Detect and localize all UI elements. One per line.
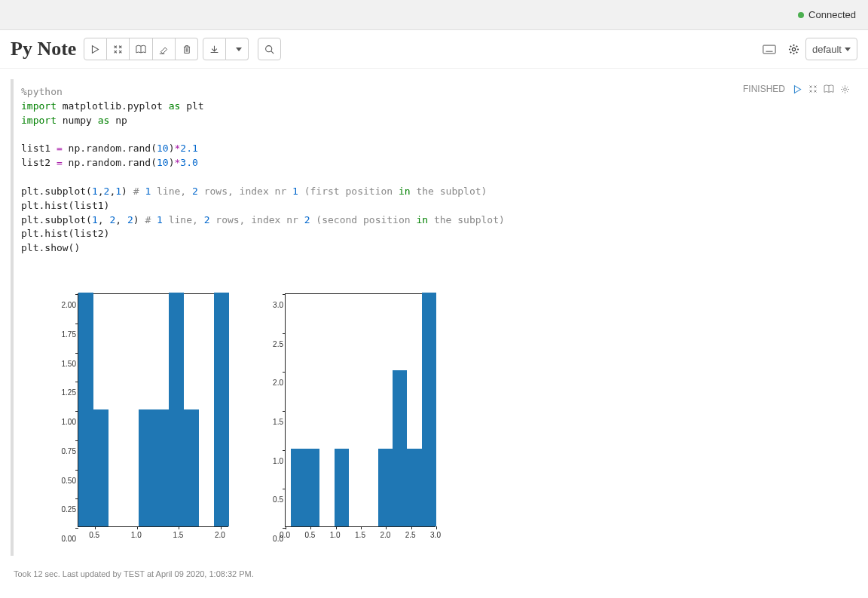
cell-footer: Took 12 sec. Last updated by TEST at Apr…: [14, 569, 854, 578]
bar: [93, 409, 108, 526]
histogram-left: 0.000.250.500.751.001.251.501.752.000.51…: [44, 286, 236, 550]
svg-line-4: [271, 51, 274, 53]
x-tick-label: 1.5: [173, 531, 183, 539]
toolbar-main-group: [84, 38, 198, 60]
histogram-right: 0.00.51.01.52.02.53.00.00.51.01.52.02.53…: [251, 286, 443, 550]
run-paragraph-button[interactable]: [793, 84, 802, 94]
gear-icon: [840, 84, 850, 94]
bar: [214, 293, 229, 526]
bar: [154, 409, 169, 526]
y-tick-label: 0.5: [253, 495, 283, 504]
x-tick-label: 2.0: [215, 531, 225, 539]
svg-line-17: [796, 51, 797, 52]
book-icon: [136, 44, 146, 54]
svg-rect-5: [763, 45, 775, 54]
paragraph-cell[interactable]: FINISHED: [11, 79, 857, 556]
x-tick-label: 0.5: [304, 531, 315, 539]
toolbar-export-group: [203, 38, 249, 60]
svg-line-30: [842, 90, 843, 91]
notebook-title[interactable]: Py Note: [11, 38, 76, 60]
cell-status-row: FINISHED: [743, 84, 850, 94]
x-tick-label: 1.0: [131, 531, 142, 539]
chart-output: 0.000.250.500.751.001.251.501.752.000.51…: [21, 286, 851, 550]
y-tick-label: 1.0: [253, 456, 283, 465]
delete-note-button[interactable]: [176, 38, 198, 60]
keyboard-icon: [763, 44, 776, 54]
y-tick-label: 1.25: [46, 388, 76, 397]
connection-status: Connected: [808, 9, 856, 20]
y-tick-label: 0.25: [46, 505, 76, 514]
y-tick-label: 1.00: [46, 418, 76, 426]
x-tick-label: 2.0: [380, 531, 390, 539]
book-icon: [824, 84, 834, 94]
bar: [305, 449, 319, 526]
collapse-icon: [113, 44, 123, 54]
interpreter-select[interactable]: default: [805, 38, 857, 60]
bar: [393, 370, 407, 526]
collapse-icon: [808, 84, 818, 94]
search-button[interactable]: [258, 38, 281, 60]
interpreter-select-label: default: [812, 44, 842, 55]
settings-button[interactable]: [782, 38, 805, 60]
export-dropdown-button[interactable]: [226, 38, 249, 60]
bar: [169, 293, 184, 526]
search-icon: [264, 44, 274, 54]
svg-line-27: [842, 86, 843, 87]
header: Py Note: [0, 30, 868, 69]
y-tick-label: 0.00: [46, 535, 76, 543]
svg-line-18: [796, 45, 797, 46]
svg-line-16: [790, 45, 791, 46]
cell-status: FINISHED: [743, 84, 785, 94]
trash-icon: [182, 44, 191, 54]
paragraph-settings-button[interactable]: [840, 84, 850, 94]
toggle-editor-button[interactable]: [808, 84, 818, 94]
eraser-icon: [159, 44, 169, 54]
toggle-output-button[interactable]: [824, 84, 834, 94]
y-tick-label: 0.50: [46, 476, 76, 484]
bar: [184, 409, 199, 526]
svg-marker-0: [93, 45, 99, 53]
bar: [139, 409, 154, 526]
x-tick-label: 0.0: [280, 531, 290, 539]
y-tick-label: 2.5: [253, 339, 283, 348]
keyboard-shortcuts-button[interactable]: [756, 38, 782, 60]
chevron-down-icon: [236, 48, 242, 51]
svg-point-3: [266, 45, 272, 51]
bar: [422, 293, 436, 526]
play-icon: [90, 44, 100, 54]
svg-line-29: [847, 86, 848, 87]
svg-line-28: [847, 90, 848, 91]
x-tick-label: 2.5: [405, 531, 416, 539]
x-tick-label: 1.0: [330, 531, 341, 539]
y-tick-label: 1.50: [46, 359, 76, 367]
x-tick-label: 3.0: [430, 531, 441, 539]
gear-icon: [788, 44, 799, 55]
y-tick-label: 3.0: [253, 301, 283, 309]
y-tick-label: 2.0: [253, 379, 283, 387]
play-icon: [793, 84, 802, 94]
topbar: Connected: [0, 0, 868, 30]
export-button[interactable]: [203, 38, 226, 60]
x-tick-label: 1.5: [355, 531, 365, 539]
y-tick-label: 2.00: [46, 301, 76, 309]
status-dot-icon: [798, 12, 804, 18]
y-tick-label: 0.75: [46, 446, 76, 455]
bar: [407, 449, 421, 526]
y-tick-label: 0.0: [253, 535, 283, 543]
chevron-down-icon: [845, 48, 851, 51]
bar: [378, 449, 393, 526]
show-hide-code-button[interactable]: [107, 38, 130, 60]
svg-line-19: [790, 51, 791, 52]
show-hide-output-button[interactable]: [130, 38, 153, 60]
x-tick-label: 0.5: [89, 531, 99, 539]
svg-point-22: [844, 87, 847, 90]
bar: [335, 449, 349, 526]
run-all-button[interactable]: [84, 38, 107, 60]
y-tick-label: 1.5: [253, 418, 283, 426]
clear-output-button[interactable]: [153, 38, 176, 60]
code-editor[interactable]: %pythonimport matplotlib.pyplot as pltim…: [21, 85, 851, 256]
svg-marker-20: [794, 85, 800, 93]
bar: [291, 449, 305, 526]
bar: [78, 293, 93, 526]
download-icon: [209, 44, 219, 54]
